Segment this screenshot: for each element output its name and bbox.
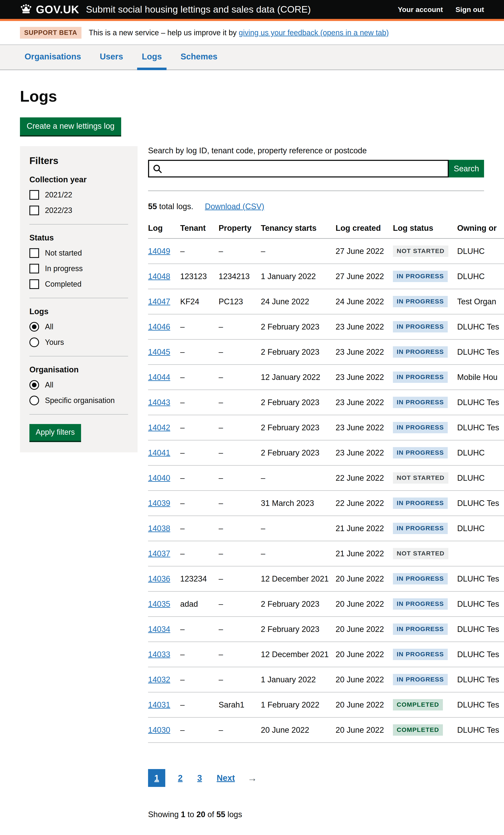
govuk-logo[interactable]: GOV.UK — [20, 3, 79, 16]
nav-item-logs[interactable]: Logs — [137, 45, 166, 70]
filter-group-label-collection-year: Collection year — [29, 175, 128, 184]
tenant-cell: – — [180, 365, 219, 390]
page-title: Logs — [20, 87, 484, 105]
log-link[interactable]: 14033 — [148, 650, 170, 659]
tenancy-starts-cell: 31 March 2023 — [261, 491, 336, 516]
radio-all[interactable] — [29, 322, 39, 332]
owning-organisation-cell: DLUHC Tes — [457, 491, 504, 516]
checkbox-not-started[interactable] — [29, 248, 39, 258]
radio-all[interactable] — [29, 380, 39, 390]
tenant-cell: 123234 — [180, 566, 219, 591]
log-link[interactable]: 14039 — [148, 499, 170, 508]
tenancy-starts-cell: 12 December 2021 — [261, 642, 336, 667]
checkbox-in-progress[interactable] — [29, 264, 39, 273]
table-row: 14046––2 February 202323 June 2022IN PRO… — [148, 314, 504, 339]
nav-item-schemes[interactable]: Schemes — [176, 45, 222, 70]
property-cell: – — [219, 642, 261, 667]
log-link[interactable]: 14046 — [148, 322, 170, 331]
log-cell: 14044 — [148, 365, 180, 390]
search-input[interactable] — [148, 160, 449, 178]
sign-out-link[interactable]: Sign out — [456, 5, 484, 14]
log-link[interactable]: 14040 — [148, 473, 170, 482]
owning-organisation-cell: DLUHC Tes — [457, 390, 504, 415]
pagination-next-link[interactable]: Next — [215, 769, 237, 787]
table-row: 14035adad–2 February 202320 June 2022IN … — [148, 591, 504, 616]
filter-option-label-in-progress: In progress — [45, 264, 83, 273]
log-link[interactable]: 14049 — [148, 247, 170, 256]
checkbox-completed[interactable] — [29, 279, 39, 289]
tenancy-starts-cell: 2 February 2023 — [261, 591, 336, 616]
pagination-page-2[interactable]: 2 — [176, 769, 185, 787]
table-row: 14045––2 February 202323 June 2022IN PRO… — [148, 339, 504, 365]
nav-item-organisations[interactable]: Organisations — [20, 45, 86, 70]
log-link[interactable]: 14045 — [148, 348, 170, 357]
filter-option-not-started: Not started — [29, 248, 128, 258]
results-divider — [148, 190, 484, 191]
log-link[interactable]: 14031 — [148, 700, 170, 709]
filter-option-label-yours: Yours — [45, 338, 64, 347]
apply-filters-button[interactable]: Apply filters — [29, 424, 81, 441]
total-logs-count: 55 — [148, 202, 157, 211]
tenancy-starts-cell: 12 December 2021 — [261, 566, 336, 591]
column-header-property: Property — [219, 220, 261, 239]
log-created-cell: 23 June 2022 — [336, 339, 393, 365]
log-created-cell: 27 June 2022 — [336, 264, 393, 289]
status-badge: NOT STARTED — [393, 472, 448, 484]
owning-organisation-cell: DLUHC — [457, 239, 504, 264]
log-link[interactable]: 14032 — [148, 675, 170, 684]
table-row: 14034––2 February 202320 June 2022IN PRO… — [148, 616, 504, 642]
owning-organisation-cell: Mobile Hou — [457, 365, 504, 390]
log-status-cell: COMPLETED — [393, 692, 457, 717]
log-link[interactable]: 14044 — [148, 373, 170, 382]
radio-yours[interactable] — [29, 338, 39, 347]
filter-option-label-all: All — [45, 322, 53, 331]
nav-item-users[interactable]: Users — [95, 45, 128, 70]
log-status-cell: IN PROGRESS — [393, 642, 457, 667]
table-row: 14049–––27 June 2022NOT STARTEDDLUHC — [148, 239, 504, 264]
log-link[interactable]: 14030 — [148, 726, 170, 734]
log-link[interactable]: 14041 — [148, 448, 170, 457]
status-badge: NOT STARTED — [393, 245, 448, 257]
feedback-link[interactable]: giving us your feedback (opens in a new … — [239, 28, 389, 37]
radio-specific-organisation[interactable] — [29, 396, 39, 405]
filter-option-label-all: All — [45, 381, 53, 389]
checkbox-2021-22[interactable] — [29, 190, 39, 200]
total-logs-suffix: total logs. — [157, 202, 193, 211]
create-lettings-log-button[interactable]: Create a new lettings log — [20, 117, 121, 135]
tenant-cell: – — [180, 239, 219, 264]
log-link[interactable]: 14035 — [148, 599, 170, 608]
tenant-cell: – — [180, 314, 219, 339]
checkbox-2022-23[interactable] — [29, 206, 39, 215]
tenant-cell: – — [180, 667, 219, 692]
log-status-cell: IN PROGRESS — [393, 516, 457, 541]
log-status-cell: IN PROGRESS — [393, 415, 457, 440]
owning-organisation-cell: Test Organ — [457, 289, 504, 314]
pagination-next-arrow-icon: → — [247, 772, 257, 784]
log-link[interactable]: 14047 — [148, 297, 170, 306]
your-account-link[interactable]: Your account — [398, 5, 443, 14]
filter-option-specific-organisation: Specific organisation — [29, 396, 128, 405]
log-status-cell: IN PROGRESS — [393, 365, 457, 390]
log-created-cell: 20 June 2022 — [336, 642, 393, 667]
log-link[interactable]: 14042 — [148, 423, 170, 432]
table-row: 14036123234–12 December 202120 June 2022… — [148, 566, 504, 591]
tenancy-starts-cell: 2 February 2023 — [261, 314, 336, 339]
log-link[interactable]: 14037 — [148, 549, 170, 558]
table-row: 14030––20 June 202220 June 2022COMPLETED… — [148, 717, 504, 742]
download-csv-link[interactable]: Download (CSV) — [205, 202, 264, 211]
column-header-log-created: Log created — [336, 220, 393, 239]
log-created-cell: 23 June 2022 — [336, 314, 393, 339]
log-status-cell: IN PROGRESS — [393, 616, 457, 642]
service-name[interactable]: Submit social housing lettings and sales… — [86, 4, 311, 15]
search-button[interactable]: Search — [449, 160, 484, 178]
log-cell: 14048 — [148, 264, 180, 289]
log-cell: 14049 — [148, 239, 180, 264]
log-link[interactable]: 14034 — [148, 625, 170, 634]
pagination-page-current[interactable]: 1 — [148, 769, 165, 787]
log-link[interactable]: 14038 — [148, 524, 170, 533]
log-link[interactable]: 14048 — [148, 272, 170, 281]
log-link[interactable]: 14043 — [148, 398, 170, 407]
pagination-page-3[interactable]: 3 — [195, 769, 204, 787]
table-row: 14032––1 January 202220 June 2022IN PROG… — [148, 667, 504, 692]
log-link[interactable]: 14036 — [148, 574, 170, 583]
